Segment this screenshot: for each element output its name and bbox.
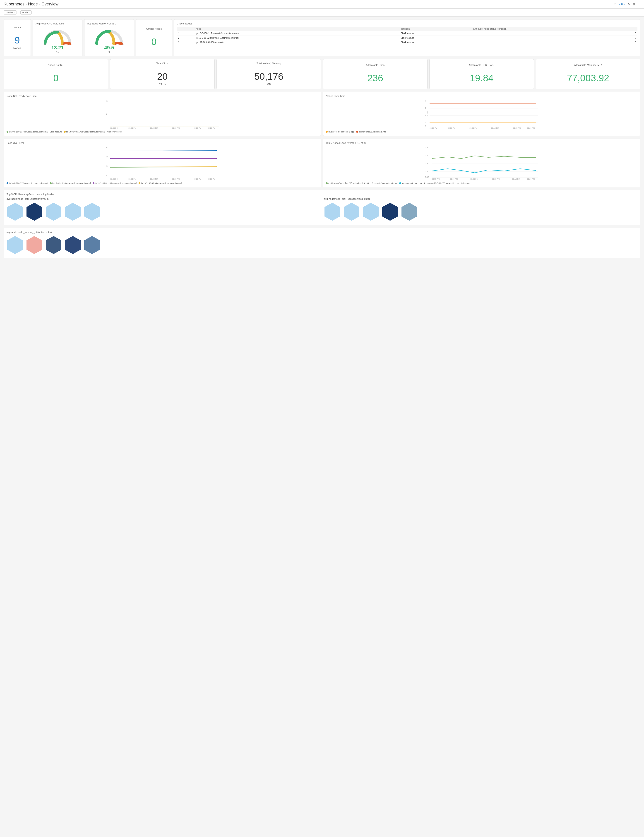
legend-dot-2	[64, 131, 66, 133]
legend-dot-load-2	[399, 182, 401, 184]
svg-text:09:20 PM: 09:20 PM	[527, 178, 535, 180]
nodes-label: Nodes	[13, 47, 21, 50]
cpu-gauge-svg: 0 100	[42, 27, 74, 45]
node-filter[interactable]: node *	[20, 10, 32, 15]
node-not-ready-chart-card: Node Not Ready over Time 10 5 08:55 PM 0…	[3, 92, 321, 136]
svg-text:09:05 PM: 09:05 PM	[150, 127, 158, 129]
memory-hex-row	[7, 235, 637, 256]
cpu-value: 13.21	[51, 45, 64, 51]
svg-text:Nodes: Nodes	[426, 111, 428, 116]
row-value: 0	[471, 31, 637, 36]
nodes-value: 9	[15, 30, 20, 47]
disk-hex-subtitle: avg(node:node_disk_utilisation:avg_irate…	[324, 197, 637, 200]
more-icon[interactable]: ⋮	[637, 3, 641, 6]
pods-over-time-chart: 20 15 10 5	[7, 146, 318, 184]
svg-text:09:10 PM: 09:10 PM	[172, 178, 180, 180]
allocatable-pods-title: Allocatable Pods	[366, 64, 385, 66]
memory-hex-card: avg(node:node_memory_utilisation:ratio)	[3, 228, 641, 258]
allocatable-cpu-value: 19.84	[470, 68, 493, 84]
svg-text:09:00 PM: 09:00 PM	[128, 127, 136, 129]
hexagon	[324, 202, 341, 222]
legend-item-load-1: metric=max(node_load15) node=ip-10-0-100…	[326, 182, 397, 184]
filter-icon[interactable]: ⊟	[633, 3, 635, 6]
table-row: 3 ip-192-168-31-138.us-west- DiskPressur…	[177, 40, 637, 45]
cpu-hex-subtitle: avg(node:node_cpu_utilisation:avg1m)	[7, 197, 320, 200]
svg-text:0: 0	[96, 43, 97, 45]
nodes-card: Nodes 9 Nodes	[3, 19, 31, 56]
legend-dot-pods-1	[7, 182, 8, 184]
row-num: 3	[177, 40, 195, 45]
hex-two-col: avg(node:node_cpu_utilisation:avg1m) avg…	[7, 197, 637, 222]
row-value: 0	[471, 40, 637, 45]
svg-text:0.20: 0.20	[425, 170, 429, 172]
nodes-not-ready-card: Nodes Not R... 0	[3, 59, 108, 89]
legend-item-2: ip-10-0-100-117us.west-2.compute.interna…	[64, 131, 123, 133]
allocatable-memory-value: 77,003.92	[567, 68, 610, 84]
legend-dot-load-1	[326, 182, 328, 184]
memory-unit: %	[108, 51, 110, 53]
total-cpus-card: Total CPUs 20 CPUs	[110, 59, 215, 89]
svg-text:5: 5	[106, 174, 107, 176]
legend-item-pods-3: ip-192-168-31-138.us-west-2.compute.inte…	[93, 182, 137, 184]
hexagon	[26, 235, 43, 256]
nodes-title: Nodes	[13, 26, 21, 28]
svg-text:09:10 PM: 09:10 PM	[172, 127, 180, 129]
svg-text:2: 2	[425, 121, 426, 124]
svg-marker-70	[401, 202, 417, 221]
hexagon	[7, 235, 23, 256]
critical-nodes-table-card: Critical Nodes node condition sum(kube_n…	[174, 19, 641, 56]
svg-text:100: 100	[120, 43, 124, 45]
svg-text:09:00 PM: 09:00 PM	[128, 178, 136, 180]
node-not-ready-chart: 10 5 08:55 PM 09:00 PM 09:05 PM 09:10 PM…	[7, 99, 318, 133]
legend-label-3: cluster=cl-the-coffee-bar-app	[328, 131, 354, 133]
refresh-icon[interactable]: ↻	[628, 3, 630, 6]
cluster-filter[interactable]: cluster *	[3, 10, 17, 15]
memory-value: 49.5	[104, 45, 114, 51]
svg-marker-67	[344, 202, 360, 221]
svg-text:0.10: 0.10	[425, 176, 429, 178]
allocatable-pods-value: 236	[367, 68, 383, 84]
legend-dot-1	[7, 131, 8, 133]
svg-text:09:20 PM: 09:20 PM	[208, 178, 216, 180]
hexagon	[362, 202, 379, 222]
memory-gauge-title: Avg Node Memory Utiliz...	[87, 22, 131, 25]
hex-section-title: Top 5 CPU/Memory/Disk consuming Nodes	[7, 193, 637, 196]
svg-text:08:55 PM: 08:55 PM	[110, 178, 118, 180]
svg-marker-74	[65, 236, 81, 254]
legend-dot-pods-3	[93, 182, 94, 184]
pods-over-time-svg: 20 15 10 5	[7, 146, 318, 180]
header-controls: ⊙ -30m ↻ ⊟ ⋮	[614, 3, 641, 6]
row-node: ip-10-0-100-117us-west-2.compute.interna…	[195, 31, 399, 36]
col-sum: sum(kube_node_status_condition)	[471, 27, 637, 31]
cpu-unit: %	[56, 51, 59, 53]
legend-dot-pods-4	[139, 182, 140, 184]
load-average-title: Top 5 Nodes Load Average (15 Min)	[326, 141, 637, 144]
hexagon	[45, 202, 62, 222]
total-memory-value: 50,176	[254, 67, 283, 83]
cpu-hex-row	[7, 202, 320, 222]
svg-text:10: 10	[106, 165, 108, 167]
node-not-ready-svg: 10 5 08:55 PM 09:00 PM 09:05 PM 09:10 PM…	[7, 99, 318, 129]
svg-text:09:20 PM: 09:20 PM	[527, 127, 535, 129]
time-range[interactable]: -30m	[619, 3, 625, 6]
pods-over-time-title: Pods Over Time	[7, 141, 318, 144]
pods-over-time-legend: ip-10-0-100-117us-west-2.compute.interna…	[7, 182, 318, 184]
filter-bar: cluster * node *	[0, 8, 644, 16]
table-row: 2 ip-10-0-91-228.us-west-2.compute.inter…	[177, 36, 637, 40]
svg-text:100: 100	[69, 43, 72, 45]
cpu-gauge-title: Avg Node CPU Utilization	[36, 22, 79, 25]
legend-item-1: ip-10-0-100-117us-west-2.compute.interna…	[7, 131, 62, 133]
allocatable-memory-card: Allocatable Memory (MB) 77,003.92	[536, 59, 641, 89]
legend-label-pods-1: ip-10-0-100-117us-west-2.compute.interna…	[9, 182, 48, 184]
svg-text:09:15 PM: 09:15 PM	[193, 178, 202, 180]
legend-label-pods-2: ip-10-0-91-228.us-west-2.compute.interna…	[52, 182, 91, 184]
legend-label-pods-4: ip-192-168-35-94.us-west-2.compute.inter…	[141, 182, 182, 184]
svg-marker-62	[26, 202, 43, 221]
hexagon	[45, 235, 62, 256]
svg-text:09:10 PM: 09:10 PM	[491, 127, 499, 129]
hexagon	[382, 202, 398, 222]
node-not-ready-legend: ip-10-0-100-117us-west-2.compute.interna…	[7, 131, 318, 133]
legend-label-load-1: metric=max(node_load15) node=ip-10-0-100…	[328, 182, 397, 184]
svg-text:09:15 PM: 09:15 PM	[513, 127, 521, 129]
nodes-over-time-title: Nodes Over Time	[326, 95, 637, 97]
